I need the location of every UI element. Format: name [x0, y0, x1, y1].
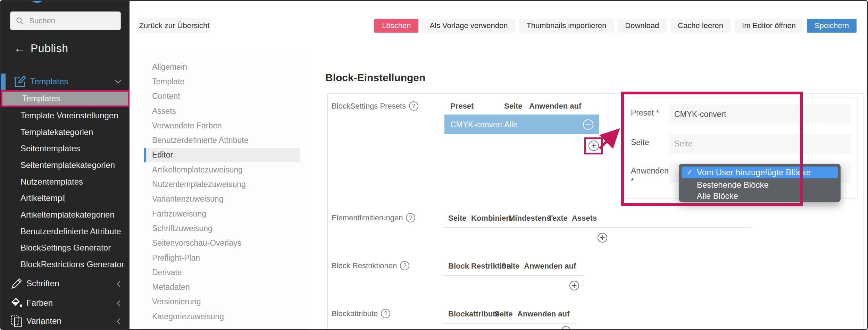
clear-cache-button[interactable]: Cache leeren	[670, 19, 731, 33]
paint-bucket-icon	[10, 297, 23, 309]
sidebar-subitem-seitentemplatekategorien[interactable]: Seitentemplatekategorien	[1, 157, 130, 174]
publish-header[interactable]: ← Publish	[14, 41, 68, 56]
download-button[interactable]: Download	[617, 19, 667, 33]
anwenden-auf-dropdown: ✓ Vom User hinzugefügte Blöcke Bestehend…	[679, 164, 841, 202]
remove-preset-button[interactable]: −	[583, 119, 593, 130]
subnav-item-schriftzuweisung[interactable]: Schriftzuweisung	[139, 221, 306, 236]
subnav-item-farbzuweisung[interactable]: Farbzuweisung	[139, 206, 306, 221]
subnav-item-verwendete-farben[interactable]: Verwendete Farben	[139, 118, 306, 133]
blocksettings-presets-label: BlockSettings Presets ?	[332, 101, 418, 111]
help-icon[interactable]: ?	[381, 309, 390, 318]
elementlimitierungen-label: Elementlimitierungen ?	[332, 213, 415, 222]
seite-field[interactable]	[669, 134, 851, 154]
sidebar-title: Publish	[31, 42, 68, 55]
subnav-item-versionierung[interactable]: Versionierung	[139, 295, 306, 309]
page-title: Block-Einstellungen	[325, 72, 425, 84]
subnav-item-allgemein[interactable]: Allgemein	[139, 60, 306, 74]
import-thumbnails-button[interactable]: Thumbnails importieren	[519, 19, 614, 33]
column-header-anwenden-auf: Anwenden auf	[529, 102, 581, 111]
pen-icon	[10, 277, 23, 290]
subnav-item-editor[interactable]: Editor	[144, 148, 300, 162]
col-anwenden-auf: Anwenden auf	[517, 310, 569, 319]
variants-pages-icon	[10, 315, 23, 327]
sidebar-item-label: Farben	[26, 298, 53, 308]
add-elementlimitierung-button[interactable]: +	[598, 233, 607, 243]
dropdown-option-bestehende[interactable]: Bestehende Blöcke	[697, 180, 769, 190]
table-divider	[443, 227, 751, 228]
chevron-down-icon[interactable]	[114, 79, 122, 84]
search-icon	[15, 16, 24, 25]
label-text: Blockattribute	[332, 309, 378, 318]
dropdown-option-alle[interactable]: Alle Blöcke	[697, 191, 738, 201]
sidebar-subitem-benutzerdefinierte-attribute[interactable]: Benutzerdefinierte Attribute	[1, 223, 130, 240]
option-label: Vom User hinzugefügte Blöcke	[697, 168, 811, 177]
sidebar-item-label: Schriften	[26, 279, 59, 288]
dropdown-option-selected[interactable]: ✓ Vom User hinzugefügte Blöcke	[682, 167, 838, 178]
sidebar-subitem-templates[interactable]: Templates	[1, 90, 130, 107]
col-assets: Assets	[572, 214, 597, 223]
add-preset-button[interactable]: +	[589, 141, 599, 151]
help-icon[interactable]: ?	[400, 261, 409, 270]
sidebar-subitem-nutzentemplates[interactable]: Nutzentemplates	[1, 174, 130, 190]
back-to-overview-button[interactable]: Zurück zur Übersicht	[138, 18, 211, 33]
sidebar-subitem-seitentemplates[interactable]: Seitentemplates	[1, 140, 130, 157]
subnav-item-metadaten[interactable]: Metadaten	[139, 280, 306, 294]
label-text: Block Restriktionen	[332, 261, 397, 270]
chevron-left-icon[interactable]	[116, 280, 121, 287]
subitem-label: Benutzerdefinierte Attribute	[20, 227, 121, 236]
sidebar-subitem-template-voreinstellungen[interactable]: Template Voreinstellungen	[1, 107, 130, 124]
subnav-item-benutzerdefinierte-attribute[interactable]: Benutzerdefinierte Attribute	[139, 133, 306, 147]
help-icon[interactable]: ?	[406, 213, 415, 222]
subitem-label: Artikeltemplatekategorien	[20, 210, 115, 220]
label-text: Elementlimitierungen	[332, 213, 403, 222]
chevron-left-icon[interactable]	[116, 300, 121, 307]
sidebar-subitem-artikeltemplatekategorien[interactable]: Artikeltemplatekategorien	[1, 206, 130, 223]
search-input[interactable]	[28, 16, 108, 26]
settings-subnav: Allgemein Template Content Assets Verwen…	[139, 53, 306, 330]
sidebar-item-varianten[interactable]: Varianten	[1, 313, 130, 329]
header-divider	[138, 9, 867, 9]
sidebar-subitem-artikeltemplates[interactable]: Artikeltempl	[1, 190, 130, 206]
col-texte: Texte	[548, 214, 568, 223]
add-block-restriktion-button[interactable]: +	[569, 281, 579, 290]
subnav-item-kategoriezuweisung[interactable]: Kategoriezuweisung	[139, 309, 306, 324]
subitem-label: BlockRestrictions Generator	[20, 260, 124, 269]
subnav-item-content[interactable]: Content	[139, 89, 306, 104]
subitem-label: BlockSettings Generator	[20, 243, 111, 253]
sidebar-subitem-blocksettings-generator[interactable]: BlockSettings Generator	[1, 240, 130, 256]
subnav-item-artikeltemplatezuweisung[interactable]: Artikeltemplatezuweisung	[139, 162, 306, 177]
subnav-item-assets[interactable]: Assets	[139, 104, 306, 118]
delete-button[interactable]: Löschen	[374, 19, 418, 33]
sidebar-item-farben[interactable]: Farben	[1, 295, 130, 311]
subnav-item-seitenvorschau-overlays[interactable]: Seitenvorschau-Overlays	[139, 236, 306, 251]
preset-value-field[interactable]	[669, 104, 851, 124]
subnav-item-preflight-plan[interactable]: Preflight-Plan	[139, 251, 306, 265]
table-divider	[443, 323, 576, 324]
help-icon[interactable]: ?	[409, 101, 418, 111]
col-seite: Seite	[448, 214, 467, 223]
sidebar-item-schriften[interactable]: Schriften	[1, 276, 130, 291]
sidebar-item-label: Templates	[30, 77, 68, 86]
open-in-editor-button[interactable]: Im Editor öffnen	[734, 19, 803, 33]
sidebar-divider	[10, 66, 121, 66]
subnav-item-template[interactable]: Template	[139, 74, 306, 89]
sidebar-search[interactable]	[10, 11, 121, 30]
use-as-template-button[interactable]: Als Vorlage verwenden	[422, 19, 515, 33]
sidebar-subitem-blockrestrictions-generator[interactable]: BlockRestrictions Generator	[1, 256, 130, 273]
chevron-left-icon[interactable]	[116, 318, 121, 325]
subitem-label: Artikeltempl	[20, 193, 64, 203]
back-arrow-icon[interactable]: ←	[14, 43, 25, 54]
save-button[interactable]: Speichern	[807, 19, 857, 33]
subnav-item-derivate[interactable]: Derivate	[139, 265, 306, 280]
sidebar-item-label: Varianten	[26, 316, 61, 326]
sidebar-subitem-templatekategorien[interactable]: Templatekategorien	[1, 124, 130, 141]
seite-field-label: Seite	[631, 138, 649, 147]
sidebar-item-templates[interactable]: Templates	[1, 74, 130, 90]
subnav-item-variantenzuweisung[interactable]: Variantenzuweisung	[139, 192, 306, 206]
preset-table-row[interactable]: CMYK-convert Alle −	[444, 115, 599, 134]
subitem-label: Templatekategorien	[20, 127, 93, 137]
check-icon: ✓	[686, 168, 697, 177]
subnav-item-nutzentemplatezuweisung[interactable]: Nutzentemplatezuweisung	[139, 177, 306, 192]
label-text: BlockSettings Presets	[332, 102, 406, 111]
col-blockattribute: Blockattribute	[448, 310, 500, 319]
